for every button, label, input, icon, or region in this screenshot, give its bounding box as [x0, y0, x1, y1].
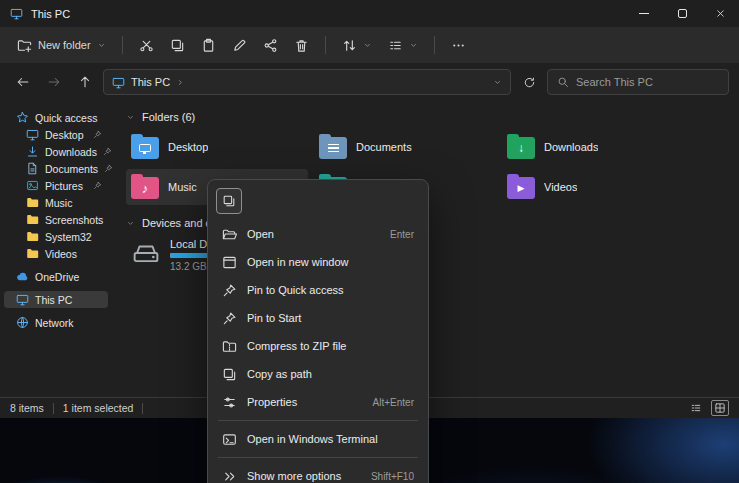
menu-item-open[interactable]: Open Enter — [212, 220, 424, 248]
desktop-icon — [26, 128, 39, 141]
copy-icon-button[interactable] — [216, 188, 242, 214]
up-button[interactable] — [72, 69, 98, 95]
copy-button[interactable] — [163, 31, 192, 59]
new-folder-icon — [17, 38, 32, 53]
sidebar-item-network[interactable]: Network — [4, 314, 108, 331]
menu-item-open-in-windows-terminal[interactable]: Open in Windows Terminal — [212, 425, 424, 453]
pin-icon — [103, 147, 112, 156]
monitor-glyph — [139, 144, 151, 152]
downloads-icon — [26, 145, 39, 158]
sidebar-item-onedrive[interactable]: OneDrive — [4, 268, 108, 285]
minimize-icon — [639, 13, 649, 14]
videos-folder-icon: ▶ — [507, 177, 535, 199]
large-icons-view-toggle[interactable] — [711, 400, 729, 416]
sidebar-item-music[interactable]: Music — [4, 194, 108, 211]
paste-button[interactable] — [194, 31, 223, 59]
cut-button[interactable] — [132, 31, 161, 59]
folder-tile-downloads[interactable]: ↓ Downloads — [502, 129, 684, 165]
copy-path-icon — [222, 367, 237, 382]
window-title: This PC — [31, 8, 70, 20]
copy-icon — [170, 38, 185, 53]
address-dropdown-chevron-icon[interactable] — [493, 78, 502, 87]
desktop-screen: This PC New folder — [0, 0, 739, 483]
sidebar-item-videos[interactable]: Videos — [4, 245, 108, 262]
sidebar-item-screenshots[interactable]: Screenshots — [4, 211, 108, 228]
back-button[interactable] — [10, 69, 36, 95]
menu-item-shortcut: Alt+Enter — [373, 397, 414, 408]
search-box[interactable] — [547, 69, 729, 95]
menu-item-copy-as-path[interactable]: Copy as path — [212, 360, 424, 388]
toolbar-divider — [122, 36, 123, 54]
refresh-button[interactable] — [516, 69, 542, 95]
play-glyph: ▶ — [518, 183, 525, 193]
open-folder-icon — [222, 227, 237, 242]
pin-icon — [93, 181, 102, 190]
menu-item-pin-to-start[interactable]: Pin to Start — [212, 304, 424, 332]
folder-tile-videos[interactable]: ▶ Videos — [502, 169, 684, 205]
address-location[interactable]: This PC — [131, 76, 170, 88]
folders-group-header[interactable]: Folders (6) — [126, 107, 739, 127]
menu-item-compress-to-zip[interactable]: Compress to ZIP file — [212, 332, 424, 360]
sidebar-item-this-pc[interactable]: This PC — [4, 291, 108, 308]
menu-item-pin-to-quick-access[interactable]: Pin to Quick access — [212, 276, 424, 304]
menu-separator — [218, 457, 418, 458]
menu-item-show-more-options[interactable]: Show more options Shift+F10 — [212, 462, 424, 483]
sidebar-label: Documents — [45, 163, 98, 175]
menu-item-shortcut: Shift+F10 — [371, 471, 414, 482]
rename-button[interactable] — [225, 31, 254, 59]
more-options-button[interactable] — [444, 31, 473, 59]
close-button[interactable] — [701, 0, 739, 27]
menu-separator — [218, 420, 418, 421]
view-button[interactable] — [381, 31, 425, 59]
sort-button[interactable] — [335, 31, 379, 59]
chevron-right-icon — [176, 78, 185, 87]
new-folder-button[interactable]: New folder — [10, 31, 113, 59]
sidebar-label: Pictures — [45, 180, 83, 192]
share-button[interactable] — [256, 31, 285, 59]
share-icon — [263, 38, 278, 53]
forward-button[interactable] — [41, 69, 67, 95]
folder-icon — [26, 196, 39, 209]
menu-item-shortcut: Enter — [390, 229, 414, 240]
refresh-icon — [523, 76, 536, 89]
toolbar-divider — [325, 36, 326, 54]
delete-icon — [294, 38, 309, 53]
menu-item-label: Compress to ZIP file — [247, 340, 346, 352]
toolbar-divider — [434, 36, 435, 54]
sidebar-item-downloads[interactable]: Downloads — [4, 143, 108, 160]
pin-icon — [93, 130, 102, 139]
sort-icon — [342, 38, 357, 53]
sidebar-label: System32 — [45, 231, 92, 243]
sidebar-item-desktop[interactable]: Desktop — [4, 126, 108, 143]
maximize-button[interactable] — [663, 0, 701, 27]
sidebar-item-system32[interactable]: System32 — [4, 228, 108, 245]
address-bar[interactable]: This PC — [103, 69, 511, 95]
folder-tile-documents[interactable]: Documents — [314, 129, 496, 165]
sidebar-item-pictures[interactable]: Pictures — [4, 177, 108, 194]
sidebar-label: Downloads — [45, 146, 97, 158]
this-pc-icon — [16, 293, 29, 306]
sidebar-item-quick-access[interactable]: Quick access — [4, 109, 108, 126]
minimize-button[interactable] — [625, 0, 663, 27]
context-menu-icon-bar — [212, 186, 424, 220]
menu-item-properties[interactable]: Properties Alt+Enter — [212, 388, 424, 416]
delete-button[interactable] — [287, 31, 316, 59]
document-lines-glyph — [328, 144, 339, 153]
search-input[interactable] — [576, 76, 719, 88]
new-window-icon — [222, 255, 237, 270]
command-bar: New folder — [0, 27, 739, 63]
network-globe-icon — [16, 316, 29, 329]
sidebar-label: Screenshots — [45, 214, 103, 226]
folder-tile-desktop[interactable]: Desktop — [126, 129, 308, 165]
pin-icon — [104, 164, 112, 173]
window-controls — [625, 0, 739, 27]
folder-tile-label: Videos — [544, 181, 577, 193]
details-view-toggle[interactable] — [687, 400, 705, 416]
sidebar-item-documents[interactable]: Documents — [4, 160, 108, 177]
folder-tile-label: Music — [168, 181, 197, 193]
up-arrow-icon — [78, 75, 92, 89]
menu-item-label: Pin to Quick access — [247, 284, 344, 296]
status-divider — [142, 403, 143, 414]
menu-item-open-in-new-window[interactable]: Open in new window — [212, 248, 424, 276]
new-folder-label: New folder — [38, 39, 91, 51]
